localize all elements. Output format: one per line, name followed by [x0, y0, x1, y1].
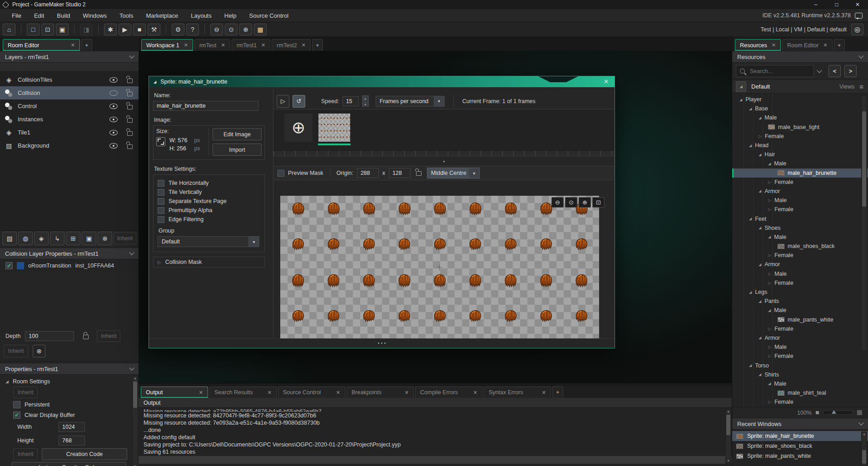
- delete-layer-button[interactable]: ⊗: [98, 232, 112, 245]
- group-select[interactable]: Default ▾: [158, 236, 259, 247]
- tree-item-male[interactable]: ◢Male: [732, 379, 868, 388]
- layer-instance-row[interactable]: ✓ oRoomTransition inst_10FFAA64: [0, 259, 139, 272]
- tree-item-feet[interactable]: ◢Feet: [732, 214, 868, 223]
- origin-y-input[interactable]: [389, 168, 411, 178]
- resize-icon[interactable]: [156, 137, 165, 146]
- close-icon[interactable]: ✕: [542, 390, 546, 396]
- checkbox[interactable]: [158, 216, 164, 223]
- persistent-checkbox[interactable]: [13, 401, 20, 408]
- properties-scrollbar[interactable]: ▴ ▾: [132, 376, 138, 466]
- add-path-layer-button[interactable]: ↳: [50, 232, 64, 245]
- creation-code-button[interactable]: Creation Code: [42, 448, 127, 460]
- minimize-button[interactable]: –: [805, 0, 826, 9]
- menu-layouts[interactable]: Layouts: [184, 12, 218, 19]
- inherit-room-button[interactable]: Inherit: [13, 387, 38, 398]
- build-target-text[interactable]: Test | Local | VM | Default | default: [761, 26, 847, 33]
- visibility-eye-icon[interactable]: [109, 104, 118, 109]
- canvas-fit-icon[interactable]: ⊡: [592, 197, 605, 208]
- collapsed-icon[interactable]: ▷: [768, 345, 771, 349]
- close-icon[interactable]: ✕: [261, 42, 265, 48]
- tree-item-legs[interactable]: ◢Legs: [732, 288, 868, 297]
- dropdown-arrow-icon[interactable]: ▾: [248, 237, 259, 247]
- inherit-code-button[interactable]: Inherit: [13, 448, 38, 460]
- expanded-icon[interactable]: ◢: [759, 372, 761, 377]
- canvas-zoom-reset-icon[interactable]: ⊙: [565, 197, 577, 208]
- collapsed-icon[interactable]: ▷: [768, 400, 771, 404]
- visibility-eye-icon[interactable]: [109, 117, 118, 122]
- lock-icon[interactable]: [127, 131, 133, 136]
- texture-option-premultiply-alpha[interactable]: Premultiply Alpha: [158, 206, 260, 215]
- tree-item-male-shirt-teal[interactable]: male_shirt_teal: [732, 388, 868, 397]
- clean-button[interactable]: ⚒: [148, 24, 160, 35]
- expanded-icon[interactable]: ◢: [749, 144, 752, 148]
- persistent-row[interactable]: Persistent: [5, 399, 133, 410]
- recent-scrollbar[interactable]: ▴ ▾: [861, 431, 867, 466]
- sprite-name-input[interactable]: [153, 101, 258, 111]
- edit-image-button[interactable]: Edit Image: [213, 128, 262, 140]
- add-background-layer-button[interactable]: ▧: [2, 232, 17, 245]
- layers-header[interactable]: Layers - rmTest1: [0, 51, 139, 63]
- recent-window-sprite-male-hair-brunette[interactable]: Sprite: male_hair_brunette: [732, 431, 868, 441]
- clear-display-row[interactable]: ✓ Clear Display Buffer: [5, 410, 133, 420]
- collapsed-icon[interactable]: ▷: [768, 198, 771, 203]
- dropdown-arrow-icon[interactable]: ▾: [434, 96, 444, 106]
- expanded-icon[interactable]: ◢: [759, 189, 761, 193]
- close-icon[interactable]: ✕: [199, 390, 203, 396]
- tree-item-pants[interactable]: ◢Pants: [732, 297, 868, 306]
- home-button[interactable]: ⌂: [3, 24, 15, 35]
- menu-build[interactable]: Build: [50, 12, 76, 19]
- help-button[interactable]: ?: [186, 24, 199, 35]
- tree-item-female[interactable]: ▷Female: [732, 324, 868, 333]
- inherit-depth-button[interactable]: Inherit: [97, 330, 120, 342]
- add-tab-button[interactable]: +: [552, 386, 563, 398]
- target-manager-icon[interactable]: ◎: [851, 24, 863, 35]
- expanded-icon[interactable]: ◢: [749, 107, 752, 111]
- spin-down-icon[interactable]: ▾: [362, 101, 369, 107]
- close-sprite-window-icon[interactable]: ✕: [604, 78, 609, 85]
- expanded-icon[interactable]: ◢: [759, 299, 761, 303]
- checkbox[interactable]: [158, 198, 164, 205]
- output-scrollbar[interactable]: ▴ ▾: [725, 409, 731, 464]
- add-frame-button[interactable]: ⊕: [284, 114, 312, 142]
- scrollbar-thumb[interactable]: [133, 382, 137, 408]
- search-input[interactable]: [749, 68, 801, 75]
- dropdown-arrow-icon[interactable]: ▾: [469, 168, 479, 178]
- debug-button[interactable]: ✱: [104, 24, 117, 35]
- expanded-icon[interactable]: ◢: [749, 290, 752, 294]
- scroll-down-icon[interactable]: ▾: [726, 459, 731, 463]
- collapse-all-icon[interactable]: ◢: [736, 81, 746, 92]
- zoom-slider-max[interactable]: [857, 410, 862, 415]
- tree-item-base[interactable]: ◢Base: [732, 104, 868, 113]
- menu-source-control[interactable]: Source Control: [243, 12, 295, 19]
- open-project-button[interactable]: ⊡: [41, 24, 54, 35]
- expanded-icon[interactable]: ◢: [768, 308, 771, 312]
- expanded-icon[interactable]: ◢: [759, 263, 761, 267]
- workspace-tab-workspace-1[interactable]: Workspace 1✕: [141, 39, 193, 51]
- views-menu-icon[interactable]: ≡: [859, 83, 863, 90]
- expanded-icon[interactable]: ◢: [759, 336, 761, 340]
- recent-windows-header[interactable]: Recent Windows: [732, 418, 868, 430]
- scroll-up-icon[interactable]: ▴: [133, 376, 138, 381]
- close-icon[interactable]: ✕: [772, 42, 776, 48]
- search-options-icon[interactable]: [817, 68, 822, 73]
- tree-item-female[interactable]: ▷Female: [732, 278, 868, 288]
- log-caret-row[interactable]: [139, 456, 732, 464]
- output-tab-search-results[interactable]: Search Results✕: [209, 387, 277, 398]
- tree-item-male[interactable]: ▷Male: [732, 196, 868, 205]
- visibility-eye-icon[interactable]: [109, 90, 118, 96]
- search-prev-button[interactable]: <: [828, 65, 841, 77]
- expanded-icon[interactable]: ◢: [739, 98, 742, 102]
- tree-item-torso[interactable]: ◢Torso: [732, 361, 868, 370]
- zoom-in-button[interactable]: ⊕: [239, 24, 252, 35]
- lock-icon[interactable]: [127, 118, 133, 123]
- scrollbar-thumb[interactable]: [862, 450, 866, 464]
- close-icon[interactable]: ✕: [221, 42, 225, 48]
- room-settings-toggle[interactable]: ◢ Room Settings: [5, 377, 133, 386]
- layer-row-background[interactable]: ▧Background: [0, 139, 139, 152]
- expanded-icon[interactable]: ◢: [768, 235, 771, 239]
- lock-icon[interactable]: [83, 335, 89, 339]
- collapsed-icon[interactable]: ▷: [768, 354, 771, 358]
- tree-item-male[interactable]: ◢Male: [732, 306, 868, 315]
- spin-up-icon[interactable]: ▴: [362, 95, 369, 101]
- tree-item-shoes[interactable]: ◢Shoes: [732, 223, 868, 233]
